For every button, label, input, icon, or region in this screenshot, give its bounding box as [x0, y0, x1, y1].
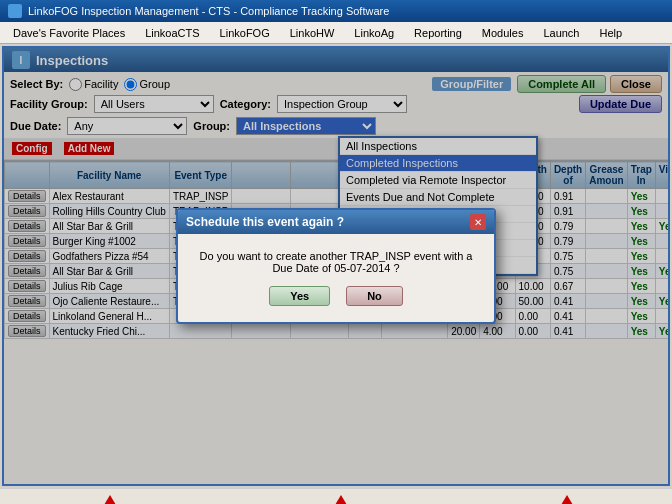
modal-close-button[interactable]: ✕: [470, 214, 486, 230]
callout-area: Create YOUR Own Views and Filters Comple…: [0, 488, 672, 504]
menu-linkoa-cts[interactable]: LinkoaCTS: [136, 24, 208, 42]
right-arrow-up: [561, 495, 573, 504]
menu-launch[interactable]: Launch: [534, 24, 588, 42]
app-area: I Inspections Select By: Facility Group …: [2, 46, 670, 486]
left-callout-group: Create YOUR Own Views and Filters: [20, 495, 200, 504]
middle-arrow-up: [335, 495, 347, 504]
menu-linkofog[interactable]: LinkoFOG: [211, 24, 279, 42]
modal-body: Do you want to create another TRAP_INSP …: [178, 234, 494, 322]
modal-body-text: Do you want to create another TRAP_INSP …: [194, 250, 478, 274]
app-icon: [8, 4, 22, 18]
modal-no-button[interactable]: No: [346, 286, 403, 306]
left-arrow-up: [104, 495, 116, 504]
middle-callout-group: Completed Inspections are Rescheduled: [261, 495, 421, 504]
window-title: LinkoFOG Inspection Management - CTS - C…: [28, 5, 389, 17]
modal-title: Schedule this event again ? ✕: [178, 210, 494, 234]
right-callout-group: Grease Ratio is Calculated and Violation…: [482, 495, 652, 504]
modal-dialog: Schedule this event again ? ✕ Do you wan…: [176, 208, 496, 324]
title-bar: LinkoFOG Inspection Management - CTS - C…: [0, 0, 672, 22]
menu-help[interactable]: Help: [590, 24, 631, 42]
menu-linkohw[interactable]: LinkoHW: [281, 24, 344, 42]
menu-bar: Dave's Favorite Places LinkoaCTS LinkoFO…: [0, 22, 672, 44]
menu-reporting[interactable]: Reporting: [405, 24, 471, 42]
modal-yes-button[interactable]: Yes: [269, 286, 330, 306]
modal-buttons: Yes No: [194, 286, 478, 306]
modal-overlay: Schedule this event again ? ✕ Do you wan…: [4, 48, 668, 484]
menu-linkoag[interactable]: LinkoAg: [345, 24, 403, 42]
menu-modules[interactable]: Modules: [473, 24, 533, 42]
modal-title-text: Schedule this event again ?: [186, 215, 344, 229]
menu-favorites[interactable]: Dave's Favorite Places: [4, 24, 134, 42]
